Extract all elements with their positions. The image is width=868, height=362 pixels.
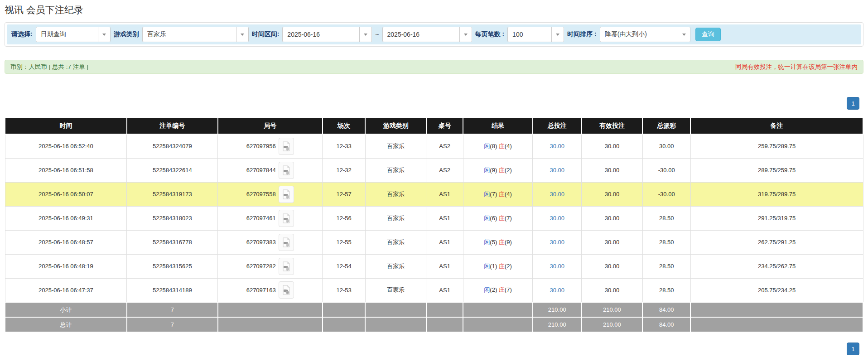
cell-note: 234.25/262.75 <box>690 254 863 278</box>
video-file-icon <box>282 141 291 151</box>
total-bet-link[interactable]: 30.00 <box>550 191 564 198</box>
cell-session: 12-33 <box>323 134 366 158</box>
header-payout: 总派彩 <box>642 118 690 134</box>
video-replay-button[interactable] <box>279 162 294 179</box>
total-valid-bet: 210.00 <box>582 317 642 332</box>
total-payout: 84.00 <box>642 317 690 332</box>
cell-total-bet: 30.00 <box>533 134 582 158</box>
date-from-value: 2025-06-16 <box>283 27 359 42</box>
header-bet-no: 注单编号 <box>127 118 218 134</box>
total-row: 总计 7 210.00 210.00 84.00 <box>5 317 863 332</box>
cell-round-no: 627097282 <box>218 254 323 278</box>
video-replay-button[interactable] <box>279 281 294 299</box>
date-to-input[interactable]: 2025-06-16 <box>382 27 472 42</box>
cell-total-bet: 30.00 <box>533 278 582 302</box>
time-sort-select[interactable]: 降幂(由大到小) <box>600 27 690 42</box>
cell-table-no: AS1 <box>426 182 463 206</box>
cell-total-bet: 30.00 <box>533 158 582 182</box>
cell-round-no: 627097461 <box>218 206 323 230</box>
player-result: 闲 <box>484 143 490 150</box>
banker-result: 庄 <box>499 286 505 293</box>
valid-bet-note: 同局有效投注，统一计算在该局第一张注单内 <box>735 63 858 71</box>
cell-bet-no: 522584322614 <box>127 158 218 182</box>
table-row: 2025-06-16 06:52:40 522584324079 6270979… <box>5 134 863 158</box>
total-bet-link[interactable]: 30.00 <box>550 143 564 150</box>
round-no-text: 627097956 <box>246 143 276 150</box>
page-1-button[interactable]: 1 <box>847 97 859 110</box>
total-bet-link[interactable]: 30.00 <box>550 167 564 174</box>
cell-game-type: 百家乐 <box>365 254 426 278</box>
video-file-icon <box>282 189 291 199</box>
cell-valid-bet: 30.00 <box>582 158 642 182</box>
page-size-value: 100 <box>508 27 551 42</box>
cell-result: 闲(9) 庄(2) <box>463 158 532 182</box>
cell-total-bet: 30.00 <box>533 230 582 254</box>
cell-round-no: 627097956 <box>218 134 323 158</box>
video-replay-button[interactable] <box>279 234 294 251</box>
cell-time: 2025-06-16 06:52:40 <box>5 134 127 158</box>
header-result: 结果 <box>463 118 532 134</box>
video-replay-button[interactable] <box>279 138 294 155</box>
round-no-text: 627097558 <box>246 191 276 198</box>
total-label: 总计 <box>5 317 127 332</box>
total-bet-link[interactable]: 30.00 <box>550 239 564 246</box>
cell-round-no: 627097558 <box>218 182 323 206</box>
player-result: 闲 <box>484 215 490 222</box>
page-title: 视讯 会员下注纪录 <box>5 4 863 16</box>
cell-table-no: AS1 <box>426 278 463 302</box>
cell-result: 闲(2) 庄(7) <box>463 278 532 302</box>
cell-note: 319.75/289.75 <box>690 182 863 206</box>
total-bet-link[interactable]: 30.00 <box>550 263 564 270</box>
header-round-no: 局号 <box>218 118 323 134</box>
player-result: 闲 <box>484 286 490 293</box>
page-container: 视讯 会员下注纪录 请选择: 日期查询 游戏类别 百家乐 时间区间: 2025-… <box>0 4 868 355</box>
cell-total-bet: 30.00 <box>533 254 582 278</box>
search-button[interactable]: 查询 <box>695 28 721 41</box>
date-from-input[interactable]: 2025-06-16 <box>282 27 372 42</box>
cell-payout: -30.00 <box>642 182 690 206</box>
cell-valid-bet: 30.00 <box>582 230 642 254</box>
video-file-icon <box>282 285 291 295</box>
cell-table-no: AS1 <box>426 230 463 254</box>
banker-result: 庄 <box>499 263 505 270</box>
subtotal-payout: 84.00 <box>642 302 690 317</box>
cell-round-no: 627097383 <box>218 230 323 254</box>
cell-game-type: 百家乐 <box>365 182 426 206</box>
currency-summary-bar: 币别：人民币 | 总共 :7 注单 | 同局有效投注，统一计算在该局第一张注单内 <box>5 60 863 74</box>
cell-game-type: 百家乐 <box>365 278 426 302</box>
chevron-down-icon <box>459 27 472 42</box>
pagination-top: 1 <box>5 97 863 110</box>
video-replay-button[interactable] <box>279 210 294 227</box>
time-sort-label: 时间排序 : <box>567 30 597 39</box>
round-no-text: 627097383 <box>246 239 276 246</box>
subtotal-count: 7 <box>127 302 218 317</box>
time-sort-value: 降幂(由大到小) <box>600 27 678 42</box>
cell-bet-no: 522584318023 <box>127 206 218 230</box>
header-session: 场次 <box>323 118 366 134</box>
cell-session: 12-32 <box>323 158 366 182</box>
video-replay-button[interactable] <box>279 258 294 275</box>
page-1-button[interactable]: 1 <box>847 343 859 355</box>
cell-round-no: 627097844 <box>218 158 323 182</box>
cell-table-no: AS2 <box>426 158 463 182</box>
cell-result: 闲(6) 庄(7) <box>463 206 532 230</box>
total-bet-link[interactable]: 30.00 <box>550 287 564 294</box>
round-no-text: 627097163 <box>246 287 276 294</box>
video-file-icon <box>282 213 291 223</box>
banker-result: 庄 <box>499 143 505 150</box>
query-type-select[interactable]: 日期查询 <box>36 27 111 42</box>
table-row: 2025-06-16 06:51:58 522584322614 6270978… <box>5 158 863 182</box>
video-replay-button[interactable] <box>279 186 294 203</box>
date-to-value: 2025-06-16 <box>383 27 459 42</box>
game-type-value: 百家乐 <box>143 27 236 42</box>
page-size-label: 每页笔数 : <box>475 30 505 39</box>
game-type-select[interactable]: 百家乐 <box>142 27 249 42</box>
chevron-down-icon <box>98 27 110 42</box>
cell-bet-no: 522584316778 <box>127 230 218 254</box>
page-size-select[interactable]: 100 <box>507 27 564 42</box>
cell-time: 2025-06-16 06:49:31 <box>5 206 127 230</box>
cell-note: 205.75/234.25 <box>690 278 863 302</box>
total-bet-link[interactable]: 30.00 <box>550 215 564 222</box>
table-row: 2025-06-16 06:48:19 522584315625 6270972… <box>5 254 863 278</box>
cell-session: 12-57 <box>323 182 366 206</box>
